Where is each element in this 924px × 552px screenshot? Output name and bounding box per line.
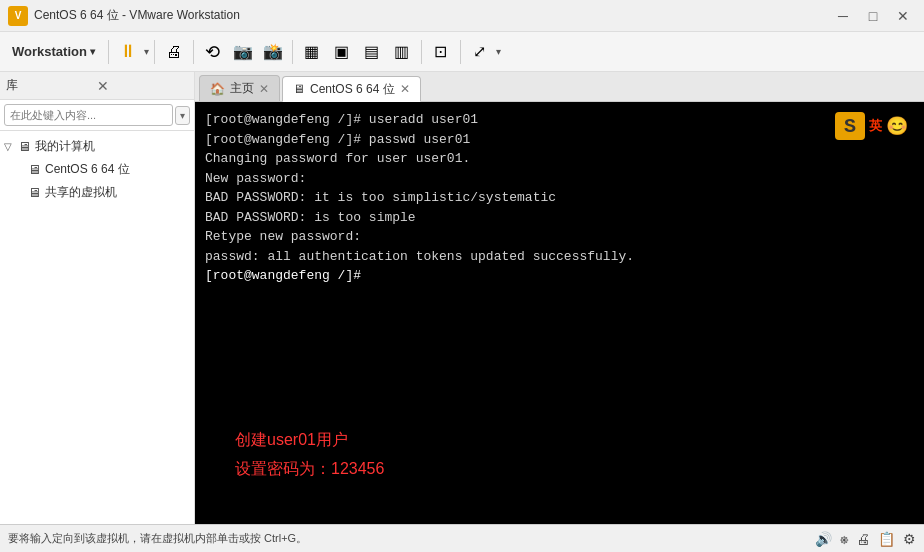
window-title: CentOS 6 64 位 - VMware Workstation: [34, 7, 830, 24]
tree-item-label: 共享的虚拟机: [45, 184, 117, 201]
console-icon[interactable]: ⊡: [427, 38, 455, 66]
tree-item-my-computer[interactable]: ▽ 🖥 我的计算机: [0, 135, 194, 158]
term-line-9: [root@wangdefeng /]#: [205, 266, 914, 286]
brand-emoji: 😊: [886, 115, 908, 137]
window-controls: ─ □ ✕: [830, 6, 916, 26]
term-line-6: BAD PASSWORD: is too simple: [205, 208, 914, 228]
tabs-bar: 🏠 主页 ✕ 🖥 CentOS 6 64 位 ✕: [195, 72, 924, 102]
status-icon-printer[interactable]: 🖨: [856, 531, 870, 547]
app-icon: V: [8, 6, 28, 26]
tab-centos-close[interactable]: ✕: [400, 83, 410, 95]
term-line-1: [root@wangdefeng /]# useradd user01: [205, 110, 914, 130]
tree-item-label: CentOS 6 64 位: [45, 161, 130, 178]
sidebar-title: 库: [6, 77, 97, 94]
toolbar-separator-5: [421, 40, 422, 64]
status-bar: 要将输入定向到该虚拟机，请在虚拟机内部单击或按 Ctrl+G。 🔊 ⎈ 🖨 📋 …: [0, 524, 924, 552]
vm-screenshot-icon[interactable]: ▤: [358, 38, 386, 66]
term-line-5: BAD PASSWORD: it is too simplistic/syste…: [205, 188, 914, 208]
maximize-button[interactable]: □: [860, 6, 886, 26]
tree-item-centos[interactable]: 🖥 CentOS 6 64 位: [0, 158, 194, 181]
view-icon[interactable]: ⤢: [466, 38, 494, 66]
workstation-menu[interactable]: Workstation ▾: [4, 37, 103, 67]
status-icon-settings[interactable]: ⚙: [903, 531, 916, 547]
view-dropdown-icon[interactable]: ▾: [496, 46, 501, 57]
workstation-label: Workstation: [12, 44, 87, 59]
send-to-vm-icon[interactable]: 🖨: [160, 38, 188, 66]
title-bar: V CentOS 6 64 位 - VMware Workstation ─ □…: [0, 0, 924, 32]
tab-home-label: 主页: [230, 80, 254, 97]
sidebar-close-button[interactable]: ✕: [97, 78, 188, 94]
status-icon-clipboard[interactable]: 📋: [878, 531, 895, 547]
toolbar-separator-4: [292, 40, 293, 64]
shared-icon: 🖥: [28, 185, 41, 200]
brand-badge: S 英 😊: [835, 112, 908, 140]
sidebar-header: 库 ✕: [0, 72, 194, 100]
content-area: 🏠 主页 ✕ 🖥 CentOS 6 64 位 ✕ [root@wangdefen…: [195, 72, 924, 524]
tree-item-label: 我的计算机: [35, 138, 95, 155]
tab-centos[interactable]: 🖥 CentOS 6 64 位 ✕: [282, 76, 421, 102]
vm-suspend-icon[interactable]: ▣: [328, 38, 356, 66]
term-line-8: passwd: all authentication tokens update…: [205, 247, 914, 267]
tab-centos-label: CentOS 6 64 位: [310, 81, 395, 98]
sidebar: 库 ✕ ▾ ▽ 🖥 我的计算机 🖥 CentOS 6 64 位 🖥 共享的虚拟机: [0, 72, 195, 524]
main-layout: 库 ✕ ▾ ▽ 🖥 我的计算机 🖥 CentOS 6 64 位 🖥 共享的虚拟机: [0, 72, 924, 524]
computer-icon: 🖥: [18, 139, 31, 154]
brand-s-logo: S: [835, 112, 865, 140]
sidebar-search-area: ▾: [0, 100, 194, 131]
tree-item-shared-vms[interactable]: 🖥 共享的虚拟机: [0, 181, 194, 204]
sidebar-tree: ▽ 🖥 我的计算机 🖥 CentOS 6 64 位 🖥 共享的虚拟机: [0, 131, 194, 524]
annotation-line-1: 创建user01用户: [235, 426, 384, 455]
pause-dropdown-icon[interactable]: ▾: [144, 46, 149, 57]
vm-fullscreen-icon[interactable]: ▥: [388, 38, 416, 66]
snapshot-forward-icon[interactable]: 📸: [259, 38, 287, 66]
status-icon-usb[interactable]: ⎈: [840, 531, 848, 547]
sidebar-search-dropdown[interactable]: ▾: [175, 106, 190, 125]
status-icon-sound[interactable]: 🔊: [815, 531, 832, 547]
toolbar-separator-2: [154, 40, 155, 64]
status-right-icons: 🔊 ⎈ 🖨 📋 ⚙: [815, 531, 916, 547]
sidebar-search-input[interactable]: [4, 104, 173, 126]
term-line-3: Changing password for user user01.: [205, 149, 914, 169]
snapshot-back-icon[interactable]: ⟲: [199, 38, 227, 66]
vm-icon: 🖥: [28, 162, 41, 177]
close-button[interactable]: ✕: [890, 6, 916, 26]
centos-icon: 🖥: [293, 82, 305, 96]
toolbar-separator-6: [460, 40, 461, 64]
term-line-4: New password:: [205, 169, 914, 189]
term-line-7: Retype new password:: [205, 227, 914, 247]
snapshot-manager-icon[interactable]: 📷: [229, 38, 257, 66]
brand-text: 英: [869, 117, 882, 135]
toolbar-separator-3: [193, 40, 194, 64]
toolbar-separator-1: [108, 40, 109, 64]
home-icon: 🏠: [210, 82, 225, 96]
minimize-button[interactable]: ─: [830, 6, 856, 26]
term-line-2: [root@wangdefeng /]# passwd user01: [205, 130, 914, 150]
tab-home-close[interactable]: ✕: [259, 83, 269, 95]
vm-settings-icon[interactable]: ▦: [298, 38, 326, 66]
tab-home[interactable]: 🏠 主页 ✕: [199, 75, 280, 101]
workstation-dropdown-icon: ▾: [90, 46, 95, 57]
status-message: 要将输入定向到该虚拟机，请在虚拟机内部单击或按 Ctrl+G。: [8, 531, 307, 546]
expand-icon: ▽: [4, 141, 18, 152]
terminal-area[interactable]: [root@wangdefeng /]# useradd user01 [roo…: [195, 102, 924, 524]
annotation-block: 创建user01用户 设置密码为：123456: [235, 426, 384, 484]
pause-button[interactable]: ⏸: [114, 38, 142, 66]
annotation-line-2: 设置密码为：123456: [235, 455, 384, 484]
toolbar: Workstation ▾ ⏸ ▾ 🖨 ⟲ 📷 📸 ▦ ▣ ▤ ▥ ⊡ ⤢ ▾: [0, 32, 924, 72]
